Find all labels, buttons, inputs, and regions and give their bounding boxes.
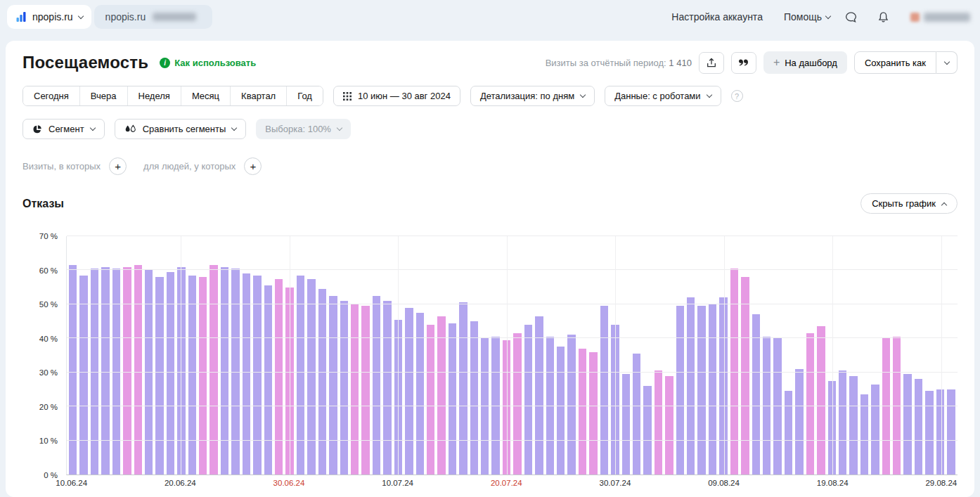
- chart-bar[interactable]: [101, 267, 109, 475]
- blurred-counter-id: [153, 13, 196, 21]
- chart-bar[interactable]: [297, 276, 304, 475]
- chart-bar[interactable]: [643, 386, 651, 475]
- chart-bar[interactable]: [264, 285, 272, 475]
- chart-bar[interactable]: [903, 374, 911, 475]
- period-button-2[interactable]: Неделя: [127, 86, 181, 105]
- chart-bar[interactable]: [437, 316, 445, 475]
- chart-bar[interactable]: [209, 265, 217, 475]
- period-button-3[interactable]: Месяц: [181, 86, 230, 105]
- add-to-dashboard-label: На дашборд: [785, 58, 837, 68]
- chart-bar[interactable]: [253, 276, 261, 475]
- chart-bar[interactable]: [622, 374, 630, 475]
- chart-bar[interactable]: [795, 369, 803, 475]
- chart-bar[interactable]: [806, 333, 814, 475]
- help-question-icon[interactable]: ?: [731, 90, 743, 102]
- chart-bar[interactable]: [427, 325, 434, 475]
- chart-bar[interactable]: [925, 391, 933, 475]
- chart-bar[interactable]: [687, 297, 695, 475]
- add-visit-filter-button[interactable]: +: [109, 157, 127, 175]
- chevron-up-icon: [941, 202, 947, 207]
- chart-bar[interactable]: [579, 349, 586, 475]
- chart-bar[interactable]: [167, 272, 174, 475]
- period-button-0[interactable]: Сегодня: [23, 86, 79, 105]
- chart-bar[interactable]: [188, 276, 196, 475]
- chart-bar[interactable]: [697, 306, 705, 475]
- help-menu[interactable]: Помощь: [784, 11, 830, 22]
- period-button-4[interactable]: Квартал: [230, 86, 286, 105]
- chart-bar[interactable]: [600, 306, 608, 475]
- chart-bar[interactable]: [340, 301, 348, 475]
- account-settings-link[interactable]: Настройка аккаунта: [671, 11, 763, 22]
- save-as-dropdown-button[interactable]: [936, 51, 958, 74]
- chart-bar[interactable]: [849, 376, 857, 475]
- chart-bar[interactable]: [589, 352, 597, 475]
- how-to-use-link[interactable]: i Как использовать: [160, 58, 256, 68]
- detail-dropdown[interactable]: Детализация: по дням: [470, 86, 595, 106]
- chart-bar[interactable]: [936, 389, 944, 475]
- date-range-button[interactable]: 10 июн — 30 авг 2024: [333, 86, 460, 106]
- chart-bar[interactable]: [839, 370, 846, 475]
- chart-bar[interactable]: [655, 370, 662, 475]
- period-button-1[interactable]: Вчера: [79, 86, 127, 105]
- chart-bar[interactable]: [405, 308, 413, 475]
- chart-bar[interactable]: [947, 389, 955, 475]
- chart-bar[interactable]: [307, 279, 315, 475]
- chart-bar[interactable]: [361, 306, 369, 475]
- chart-bar[interactable]: [676, 306, 684, 475]
- user-account-area[interactable]: [910, 13, 970, 22]
- chart-bar[interactable]: [79, 276, 87, 475]
- chart-bar[interactable]: [513, 333, 521, 475]
- counter-selector[interactable]: npopis.ru: [7, 5, 91, 29]
- chart-bar[interactable]: [524, 325, 532, 475]
- chart-bar[interactable]: [915, 379, 922, 475]
- chart-bar[interactable]: [817, 326, 825, 475]
- feedback-chat-button[interactable]: [839, 5, 863, 29]
- chart-bar[interactable]: [199, 277, 207, 475]
- pie-chart-icon: [32, 124, 42, 134]
- period-button-5[interactable]: Год: [286, 86, 323, 105]
- chart-bar[interactable]: [741, 277, 749, 475]
- segment-dropdown[interactable]: Сегмент: [22, 119, 105, 139]
- chart-bar[interactable]: [828, 381, 836, 475]
- chart-bar[interactable]: [134, 265, 142, 475]
- chart-bar[interactable]: [535, 316, 543, 475]
- chart-bar[interactable]: [145, 270, 153, 475]
- chart-bar[interactable]: [449, 323, 456, 475]
- chart-bar[interactable]: [221, 267, 228, 475]
- account-settings-label: Настройка аккаунта: [671, 11, 763, 22]
- chart-bar[interactable]: [329, 296, 337, 475]
- chart-bar[interactable]: [69, 265, 77, 475]
- chart-bar[interactable]: [665, 376, 673, 475]
- chart-bar[interactable]: [470, 321, 478, 475]
- v-gridline: [398, 236, 399, 475]
- chart-bar[interactable]: [567, 335, 575, 475]
- add-people-filter-button[interactable]: +: [244, 157, 262, 175]
- quotes-button[interactable]: [731, 52, 756, 74]
- sampling-dropdown[interactable]: Выборка: 100%: [256, 119, 351, 139]
- v-gridline: [290, 236, 290, 475]
- data-mode-dropdown[interactable]: Данные: с роботами: [605, 86, 721, 106]
- chart-bar[interactable]: [752, 314, 760, 475]
- chart-bar[interactable]: [459, 302, 467, 475]
- save-as-button[interactable]: Сохранить как: [854, 51, 936, 74]
- chart-bar[interactable]: [275, 279, 283, 475]
- notifications-button[interactable]: [871, 5, 895, 29]
- chart-bar[interactable]: [785, 391, 792, 475]
- chart-y-axis: 0 %10 %20 %30 %40 %50 %60 %70 %: [22, 236, 58, 475]
- chart-bar[interactable]: [709, 304, 716, 475]
- add-to-dashboard-button[interactable]: + На дашборд: [763, 51, 847, 74]
- chart-bar[interactable]: [351, 304, 359, 475]
- chart-bar[interactable]: [860, 394, 868, 475]
- chart-bar[interactable]: [557, 347, 565, 475]
- chart-bar[interactable]: [123, 267, 131, 475]
- chart-bar[interactable]: [318, 289, 326, 475]
- hide-chart-button[interactable]: Скрыть график: [860, 193, 958, 214]
- chart-bar[interactable]: [373, 296, 380, 475]
- chart-bar[interactable]: [155, 277, 163, 475]
- metric-title: Отказы: [22, 198, 64, 210]
- export-button[interactable]: [699, 52, 724, 74]
- compare-segments-dropdown[interactable]: Сравнить сегменты: [115, 119, 247, 139]
- chart-bar[interactable]: [383, 301, 391, 475]
- chart-bar[interactable]: [871, 385, 879, 475]
- counter-tab[interactable]: npopis.ru: [94, 5, 212, 29]
